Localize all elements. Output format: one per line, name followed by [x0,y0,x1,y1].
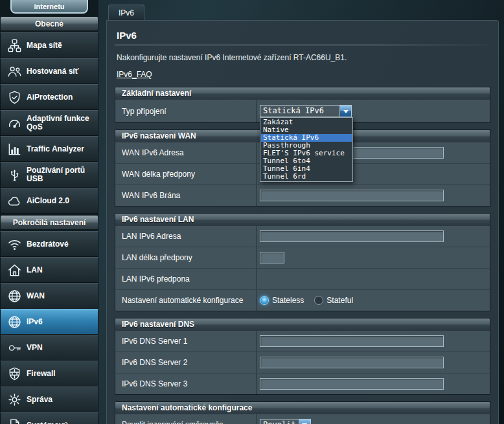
row-wan-gateway: WAN IPv6 Brána [115,184,490,206]
sidebar-item-traffic-analyzer[interactable]: Traffic Analyzer [0,136,98,162]
dropdown-option[interactable]: Native [261,126,352,134]
section-dns: IPv6 nastavení DNS IPv6 DNS Server 1 IPv… [115,318,490,395]
sidebar-item-label: WAN [27,291,45,300]
firewall-shield-icon [6,365,23,382]
title-divider [115,45,490,45]
connection-type-value: Statická IPv6 [260,106,339,117]
dropdown-option[interactable]: Tunnel 6in4 [261,165,352,173]
sidebar-item-administration[interactable]: Správa [0,386,98,412]
dns-server-1-input[interactable] [260,335,444,347]
section-basic-settings: Základní nastavení Typ připojení Statick… [115,87,490,123]
row-lan-prefix: LAN IPv6 předpona [115,268,490,289]
sidebar-item-aicloud[interactable]: AiCloud 2.0 [0,188,98,214]
sidebar-item-label: IPv6 [27,317,43,326]
usb-icon [6,166,23,183]
dns-server-3-label: IPv6 DNS Server 3 [115,374,257,394]
sidebar-item-label: AiCloud 2.0 [27,196,69,205]
sidebar-item-guest-network[interactable]: Hostovaná síť [0,58,98,84]
sidebar-item-network-map[interactable]: Mapa sítě [0,32,98,58]
lan-autoconfig-label: Nastavení automatické konfigurace [115,290,257,311]
dropdown-option-selected[interactable]: Statická IPv6 [261,134,352,142]
wan-prefix-length-label: WAN délka předpony [115,164,257,184]
stateful-radio-label: Stateful [326,296,353,305]
wifi-icon [6,236,23,252]
lan-ipv6-address-input[interactable] [260,230,444,242]
sidebar-item-label: Bezdrátové [27,240,69,249]
wan-ipv6-gateway-input[interactable] [260,190,444,201]
main-content: IPv6 IPv6 Nakonfigurujte nastavení IPv6 … [98,0,504,424]
page-title: IPv6 [117,30,490,41]
router-advertisement-value: Povolit [260,419,299,424]
sidebar-item-lan[interactable]: LAN [0,257,98,283]
cloud-icon [6,192,23,209]
dropdown-option[interactable]: Zakázat [261,118,352,126]
sidebar-item-ipv6[interactable]: IPv6 [0,309,98,335]
row-connection-type: Typ připojení Statická IPv6 Zakázat Nati… [115,100,490,122]
connection-type-label: Typ připojení [115,100,257,122]
stateless-radio[interactable] [260,296,269,305]
sidebar-item-label: Používání portů USB [27,166,97,183]
sidebar-item-label: Správa [27,395,52,404]
row-dns-server-3: IPv6 DNS Server 3 [115,373,490,394]
page-description: Nakonfigurujte nastavení IPv6 Internetov… [117,53,490,62]
sidebar-item-usb[interactable]: Používání portů USB [0,162,98,188]
ipv6-faq-link[interactable]: IPv6_FAQ [117,70,152,79]
dns-server-2-label: IPv6 DNS Server 2 [115,352,257,373]
sidebar-item-firewall[interactable]: Firewall [0,361,98,386]
row-lan-autoconfig: Nastavení automatické konfigurace Statel… [115,289,490,311]
sidebar-item-label: AiProtection [27,93,73,102]
sidebar-item-label: LAN [27,265,43,274]
sidebar-item-label: Mapa sítě [27,41,62,50]
section-autoconfig: Nastavení automatické konfigurace Povoli… [115,401,490,424]
lan-prefix-length-label: LAN délka předpony [115,247,257,268]
section-dns-header: IPv6 nastavení DNS [115,318,490,331]
quick-internet-setup-button[interactable]: internetu [10,0,88,14]
tab-ipv6[interactable]: IPv6 [108,5,144,20]
lan-prefix-label: LAN IPv6 předpona [115,269,257,289]
gear-icon [6,391,23,408]
sidebar-item-label: Firewall [27,369,56,378]
sidebar: internetu Obecné Mapa sítě Hostovaná síť… [0,0,98,424]
row-dns-server-1: IPv6 DNS Server 1 [115,331,490,351]
chevron-down-icon[interactable] [299,419,310,424]
bar-chart-icon [6,140,23,157]
wan-address-label: WAN IPv6 Adresa [115,142,257,163]
section-lan: IPv6 nastavení LAN LAN IPv6 Adresa LAN d… [115,213,490,311]
chevron-down-icon[interactable] [339,106,351,117]
connection-type-dropdown: Zakázat Native Statická IPv6 Passthrough… [260,117,353,182]
dropdown-option[interactable]: Passthrough [261,142,352,150]
section-basic-header: Základní nastavení [115,87,490,100]
sidebar-item-vpn[interactable]: VPN [0,335,98,361]
sidebar-item-label: Systémový [27,421,67,424]
sidebar-item-aiprotection[interactable]: AiProtection [0,84,98,110]
section-lan-header: IPv6 nastavení LAN [115,213,490,226]
sidebar-item-wan[interactable]: WAN [0,283,98,309]
stateful-radio[interactable] [314,296,323,305]
home-icon [6,262,23,278]
dropdown-option[interactable]: FLET'S IPv6 service [261,150,352,157]
guest-network-icon [6,63,23,80]
sidebar-item-label: Traffic Analyzer [27,144,84,153]
dns-server-2-input[interactable] [260,357,444,368]
connection-type-select[interactable]: Statická IPv6 [260,105,352,117]
sidebar-item-label: Adaptivní funkce QoS [27,115,97,131]
lan-address-label: LAN IPv6 Adresa [115,226,257,247]
sidebar-item-wireless[interactable]: Bezdrátové [0,231,98,257]
lan-prefix-length-input[interactable] [260,252,284,263]
section-autoconfig-header: Nastavení automatické konfigurace [115,401,490,414]
sidebar-item-adaptive-qos[interactable]: Adaptivní funkce QoS [0,110,98,136]
dropdown-option[interactable]: Tunnel 6rd [261,173,352,181]
network-map-icon [6,37,23,54]
dropdown-option[interactable]: Tunnel 6to4 [261,157,352,165]
wan-gateway-label: WAN IPv6 Brána [115,185,257,206]
router-advertisement-select[interactable]: Povolit [260,419,311,424]
router-admin-page: internetu Obecné Mapa sítě Hostovaná síť… [0,0,504,424]
router-advertisement-label: Povolit inzerování směrovače [115,414,257,424]
shield-icon [6,89,23,106]
key-icon [6,339,23,356]
dns-server-3-input[interactable] [260,378,444,390]
row-lan-prefix-length: LAN délka předpony [115,247,490,268]
gauge-icon [6,115,23,131]
content-panel: IPv6 Nakonfigurujte nastavení IPv6 Inter… [106,20,499,424]
sidebar-item-system-log[interactable]: Systémový [0,412,98,424]
